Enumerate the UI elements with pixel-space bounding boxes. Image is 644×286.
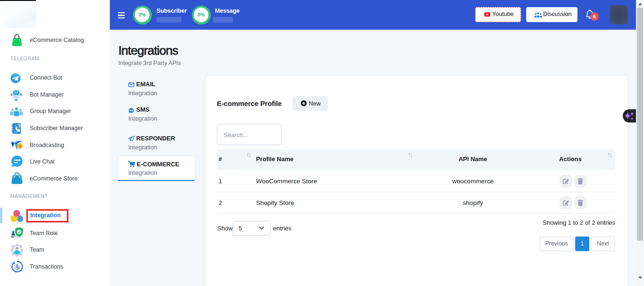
svg-text:SMS: SMS [130,110,133,112]
svg-text:1: 1 [18,144,21,148]
